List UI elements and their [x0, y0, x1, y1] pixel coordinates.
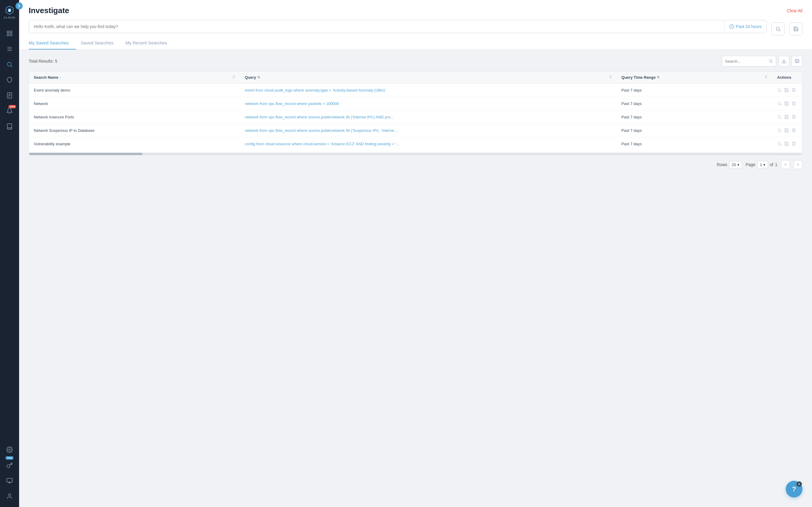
action-delete-icon-3[interactable]	[792, 128, 796, 133]
table-row: Network Insecure Ports network from vpc.…	[29, 110, 802, 124]
action-save-icon-2[interactable]	[784, 115, 789, 119]
table-row: Network network from vpc.flow_record whe…	[29, 97, 802, 110]
sidebar-item-shield[interactable]	[2, 73, 17, 87]
search-button[interactable]	[771, 22, 784, 36]
table-row: Network Suspicious IP to Database networ…	[29, 124, 802, 137]
help-button[interactable]: 6 ?	[786, 481, 803, 498]
svg-point-16	[8, 494, 10, 496]
action-delete-icon-1[interactable]	[792, 101, 796, 106]
col-header-time-range[interactable]: Query Time Range ⇅ ⠿	[617, 71, 772, 83]
drag-icon-query: ⠿	[609, 75, 612, 79]
action-search-icon-4[interactable]	[777, 142, 782, 146]
svg-line-31	[780, 118, 781, 119]
results-table-container: Search Name ↑ ⠿ Query ⇅ ⠿	[29, 71, 803, 155]
table-search-icon	[769, 59, 773, 63]
sort-asc-icon: ↑	[59, 75, 61, 79]
cell-name-2: Network Insecure Ports	[29, 110, 240, 124]
cell-query-1[interactable]: network from vpc.flow_record where packe…	[240, 97, 616, 110]
svg-point-20	[769, 60, 772, 62]
alerts-badge: 1889	[8, 105, 16, 108]
page-prev-button[interactable]	[781, 160, 790, 169]
chevron-down-icon-page: ▾	[763, 163, 765, 167]
action-save-icon-4[interactable]	[784, 142, 789, 146]
cell-time-1: Past 7 days	[617, 97, 772, 110]
col-header-search-name[interactable]: Search Name ↑ ⠿	[29, 71, 240, 83]
cell-query-4[interactable]: config from cloud.resource where cloud.s…	[240, 137, 616, 151]
svg-line-35	[780, 145, 781, 146]
download-button[interactable]	[778, 56, 789, 66]
action-delete-icon-0[interactable]	[792, 88, 796, 93]
svg-line-21	[772, 62, 773, 63]
sidebar-item-alerts[interactable]: 1889	[2, 104, 17, 118]
col-header-query[interactable]: Query ⇅ ⠿	[240, 71, 616, 83]
clear-all-button[interactable]: Clear All	[787, 8, 803, 13]
sidebar-item-monitor[interactable]	[2, 473, 17, 488]
tab-my-saved-searches[interactable]: My Saved Searches	[29, 38, 76, 50]
action-save-icon-1[interactable]	[784, 101, 789, 106]
sidebar-item-list[interactable]	[2, 42, 17, 56]
sidebar-item-books[interactable]	[2, 119, 17, 133]
columns-button[interactable]	[792, 56, 803, 66]
drag-icon: ⠿	[232, 75, 235, 79]
sort-both-icon: ⇅	[257, 75, 260, 79]
content-tools	[722, 56, 803, 66]
of-value: 1	[775, 162, 777, 167]
action-save-icon-0[interactable]	[784, 88, 789, 93]
cell-query-3[interactable]: network from vpc.flow_record where sourc…	[240, 124, 616, 137]
save-search-button[interactable]	[789, 22, 803, 36]
sidebar-item-key[interactable]: Trial	[2, 458, 17, 472]
cell-actions-4	[772, 137, 802, 151]
table-search-input[interactable]	[725, 59, 767, 63]
cell-query-2[interactable]: network from vpc.flow_record where sourc…	[240, 110, 616, 124]
horizontal-scrollbar[interactable]	[29, 153, 802, 155]
sidebar-item-dashboard[interactable]	[2, 26, 17, 41]
svg-point-32	[778, 129, 781, 131]
tab-saved-searches[interactable]: Saved Searches	[81, 38, 120, 50]
action-delete-icon-4[interactable]	[792, 142, 796, 146]
sidebar-toggle[interactable]	[15, 2, 23, 9]
svg-point-18	[776, 27, 779, 31]
page-select-box[interactable]: 1 ▾	[757, 161, 768, 169]
action-delete-icon-2[interactable]	[792, 115, 796, 119]
sidebar-nav: 1889	[0, 24, 19, 443]
page-selector: Page 1 ▾ of 1	[746, 161, 777, 169]
total-results: Total Results: 5	[29, 59, 57, 63]
svg-rect-25	[795, 60, 799, 63]
svg-point-34	[778, 142, 781, 145]
search-input[interactable]	[29, 24, 724, 29]
page-next-button[interactable]	[794, 160, 803, 169]
svg-point-30	[778, 115, 781, 118]
rows-per-page: Rows 25 ▾	[717, 161, 742, 169]
content-area: Total Results: 5	[19, 50, 812, 507]
svg-point-28	[778, 102, 781, 105]
action-search-icon-2[interactable]	[777, 115, 782, 119]
page-label: Page	[746, 162, 756, 167]
svg-rect-14	[7, 478, 12, 482]
sidebar-item-search[interactable]	[2, 57, 17, 71]
cell-query-0[interactable]: event from cloud.audit_logs where anomal…	[240, 83, 616, 97]
rows-select-box[interactable]: 25 ▾	[729, 161, 742, 169]
rows-label: Rows	[717, 162, 727, 167]
svg-rect-2	[7, 34, 9, 36]
tab-my-recent-searches[interactable]: My Recent Searches	[125, 38, 174, 50]
sidebar-item-user[interactable]	[2, 489, 17, 503]
action-save-icon-3[interactable]	[784, 128, 789, 133]
cell-name-3: Network Suspicious IP to Database	[29, 124, 240, 137]
action-search-icon-0[interactable]	[777, 88, 782, 93]
chevron-down-icon: ▾	[738, 163, 740, 167]
action-search-icon-1[interactable]	[777, 101, 782, 106]
cell-time-4: Past 7 days	[617, 137, 772, 151]
tabs: My Saved Searches Saved Searches My Rece…	[29, 38, 803, 50]
sidebar-bottom: Trial	[2, 443, 17, 507]
time-filter[interactable]: Past 24 hours	[724, 20, 766, 33]
svg-line-27	[780, 91, 781, 92]
action-search-icon-3[interactable]	[777, 128, 782, 133]
col-header-actions: Actions	[772, 71, 802, 83]
sort-both-icon-time: ⇅	[657, 75, 659, 79]
svg-line-29	[780, 104, 781, 106]
help-icon: ?	[792, 485, 796, 493]
sidebar-item-reports[interactable]	[2, 88, 17, 103]
cell-time-3: Past 7 days	[617, 124, 772, 137]
sidebar-item-settings[interactable]	[2, 443, 17, 457]
svg-line-19	[779, 30, 780, 31]
